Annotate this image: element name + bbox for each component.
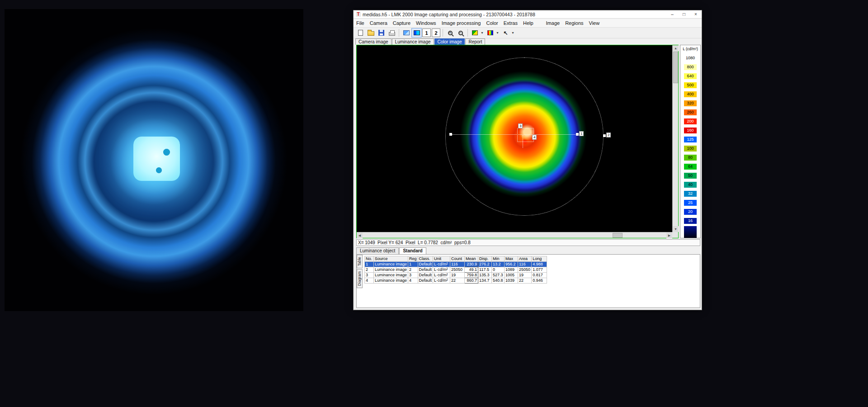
- region-label-4[interactable]: 4: [532, 135, 537, 140]
- menu-item-view[interactable]: View: [586, 19, 603, 28]
- close-button[interactable]: ×: [690, 10, 702, 18]
- column-header-source[interactable]: Source: [374, 256, 408, 262]
- table-cell: L·cd/m²: [433, 267, 450, 273]
- colorscale-level-32[interactable]: 32: [680, 189, 700, 198]
- vertical-scroll-thumb[interactable]: [673, 52, 678, 83]
- view-1-button[interactable]: 1: [422, 28, 431, 37]
- color-image-button[interactable]: [411, 28, 422, 38]
- measure-line-start-handle[interactable]: [449, 133, 452, 136]
- copy-image-button[interactable]: [401, 28, 411, 38]
- save-button[interactable]: [376, 28, 387, 38]
- column-header-long[interactable]: Long: [532, 256, 547, 262]
- measure-line-end-handle[interactable]: [576, 133, 579, 136]
- colorscale-level-800[interactable]: 800: [680, 62, 700, 71]
- zoom-in-button[interactable]: +: [445, 28, 455, 38]
- menu-item-color[interactable]: Color: [483, 19, 500, 28]
- tab-standard[interactable]: Standard: [399, 247, 426, 254]
- colorscale-chip: 125: [684, 137, 697, 142]
- measure-line-vertical[interactable]: [523, 135, 523, 148]
- palette-tool[interactable]: ▼: [485, 28, 500, 38]
- menu-item-regions[interactable]: Regions: [562, 19, 586, 28]
- open-file-button[interactable]: [366, 28, 376, 38]
- menu-item-image[interactable]: Image: [543, 19, 563, 28]
- tab-luminance-image[interactable]: Luminance image: [392, 38, 434, 45]
- cursor-dropdown-icon[interactable]: ▼: [511, 31, 514, 34]
- colorscale-level-64[interactable]: 64: [680, 162, 700, 171]
- tab-camera-image[interactable]: Camera image: [355, 38, 392, 45]
- colorscale-level-160[interactable]: 160: [680, 126, 700, 135]
- colorscale-level-25[interactable]: 25: [680, 198, 700, 207]
- region-label-1[interactable]: 1: [579, 131, 584, 136]
- menu-item-windows[interactable]: Windows: [413, 19, 439, 28]
- colorscale-level-50[interactable]: 50: [680, 171, 700, 180]
- colorscale-level-125[interactable]: 125: [680, 135, 700, 144]
- column-header-reg[interactable]: Reg: [408, 256, 418, 262]
- scroll-right-icon[interactable]: ▶: [666, 232, 672, 238]
- cursor-tool[interactable]: ↖ ▼: [500, 28, 516, 38]
- table-cell: 540.8: [492, 278, 505, 284]
- side-tab-table[interactable]: Table: [357, 255, 363, 268]
- colorscale-level-80[interactable]: 80: [680, 153, 700, 162]
- colorscale-level-200[interactable]: 200: [680, 117, 700, 126]
- region-label-3[interactable]: 3: [518, 123, 523, 128]
- menu-item-extras[interactable]: Extras: [501, 19, 520, 28]
- scroll-up-icon[interactable]: ▲: [673, 45, 679, 51]
- luminance-canvas[interactable]: 1 2 3 4: [357, 45, 672, 232]
- falsecolor-dropdown-icon[interactable]: ▼: [481, 31, 484, 34]
- maximize-button[interactable]: □: [678, 10, 690, 18]
- menu-item-file[interactable]: File: [354, 19, 367, 28]
- colorscale-chip: 400: [684, 91, 697, 97]
- new-file-button[interactable]: [355, 28, 366, 38]
- tab-luminance-object[interactable]: Luminance object: [356, 247, 399, 254]
- lamp-dot-bottom: [156, 167, 162, 173]
- tab-report[interactable]: Report: [465, 38, 485, 45]
- table-cell: 117.5: [478, 267, 492, 273]
- region-label-2[interactable]: 2: [606, 133, 611, 137]
- colorscale-level-20[interactable]: 20: [680, 207, 700, 216]
- column-header-class[interactable]: Class.: [418, 256, 433, 262]
- table-row[interactable]: 1Luminance image1DefaultL·cd/m²116230.92…: [365, 262, 547, 267]
- menu-item-camera[interactable]: Camera: [367, 19, 390, 28]
- tab-color-image[interactable]: Color image: [434, 38, 465, 45]
- menu-item-capture[interactable]: Capture: [390, 19, 413, 28]
- menu-item-image-processing[interactable]: Image processing: [439, 19, 484, 28]
- colorscale-level-40[interactable]: 40: [680, 180, 700, 189]
- colorscale-level-400[interactable]: 400: [680, 90, 700, 99]
- horizontal-scrollbar[interactable]: ◀ ▶: [357, 232, 672, 238]
- column-header-min[interactable]: Min: [492, 256, 505, 262]
- colorscale-level-640[interactable]: 640: [680, 71, 700, 80]
- column-header-count[interactable]: Count: [450, 256, 465, 262]
- table-row[interactable]: 2Luminance image2DefaultL·cd/m²2505049.1…: [365, 267, 547, 273]
- colorscale-level-1080[interactable]: 1080: [680, 53, 700, 62]
- colorscale-level-16[interactable]: 16: [680, 216, 700, 225]
- zoom-out-button[interactable]: −: [455, 28, 466, 38]
- table-row[interactable]: 4Luminance image4DefaultL·cd/m²22860.713…: [365, 278, 547, 284]
- scroll-left-icon[interactable]: ◀: [357, 232, 363, 238]
- measure-rect-region[interactable]: [517, 128, 534, 142]
- title-bar[interactable]: T medidas.h5 - LMK 2000 Image capturing …: [354, 10, 702, 19]
- print-button[interactable]: [387, 28, 397, 38]
- falsecolor-tool[interactable]: ▼: [470, 28, 485, 38]
- table-row[interactable]: 3Luminance image3DefaultL·cd/m²19759.813…: [365, 273, 547, 278]
- column-header-max[interactable]: Max: [505, 256, 518, 262]
- minimize-button[interactable]: –: [666, 10, 678, 18]
- toolbar: 1 2 + − ▼ ▼ ↖ ▼: [354, 28, 702, 38]
- circle-edge-handle[interactable]: [603, 134, 606, 137]
- colorscale-level-320[interactable]: 320: [680, 99, 700, 108]
- column-header-mean[interactable]: Mean: [465, 256, 478, 262]
- measure-line-horizontal[interactable]: [452, 134, 577, 135]
- column-header-no[interactable]: No.: [365, 256, 374, 262]
- vertical-scrollbar[interactable]: ▲ ▼: [672, 45, 678, 232]
- colorscale-level-100[interactable]: 100: [680, 144, 700, 153]
- side-tab-diagram[interactable]: Diagram: [357, 269, 363, 288]
- scroll-down-icon[interactable]: ▼: [673, 226, 679, 232]
- column-header-area[interactable]: Area: [518, 256, 532, 262]
- column-header-unit[interactable]: Unit: [433, 256, 450, 262]
- menu-item-help[interactable]: Help: [520, 19, 536, 28]
- horizontal-scroll-thumb[interactable]: [613, 233, 623, 238]
- colorscale-level-260[interactable]: 260: [680, 108, 700, 117]
- column-header-disp[interactable]: Disp.: [478, 256, 492, 262]
- colorscale-level-500[interactable]: 500: [680, 80, 700, 90]
- view-2-button[interactable]: 2: [432, 28, 440, 37]
- palette-dropdown-icon[interactable]: ▼: [496, 31, 499, 34]
